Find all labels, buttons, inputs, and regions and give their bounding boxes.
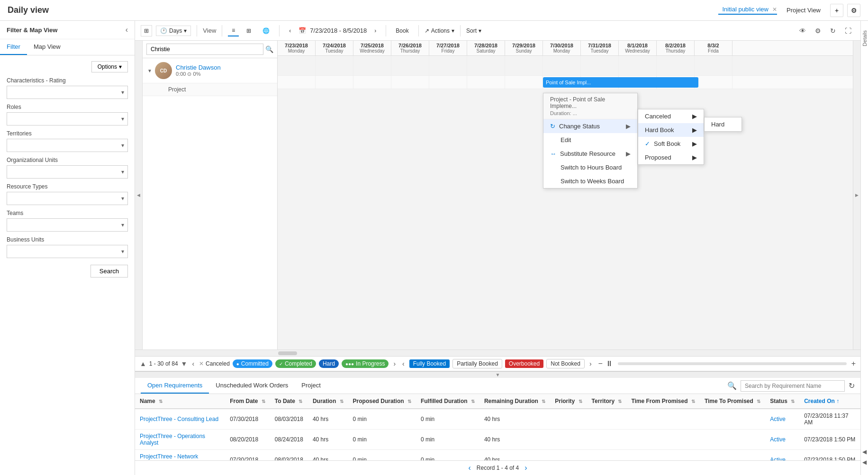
status-soft-book[interactable]: ✓ Soft Book ▶: [638, 137, 704, 151]
col-territory[interactable]: Territory ⇅: [587, 394, 627, 409]
row-name-0[interactable]: ProjectThree - Consulting Lead: [135, 409, 225, 430]
filter-select-3[interactable]: [7, 165, 128, 179]
zoom-out-btn[interactable]: −: [598, 359, 603, 368]
page-prev2-btn[interactable]: ‹: [402, 360, 405, 367]
context-edit[interactable]: Edit: [543, 133, 637, 147]
booking-bar[interactable]: Point of Sale Impl...: [543, 77, 698, 88]
col-from-date[interactable]: From Date ⇅: [225, 394, 270, 409]
map-view-btn[interactable]: 🌐: [259, 26, 273, 36]
row-name-2[interactable]: ProjectThree - Network Technician: [135, 450, 225, 461]
days-selector[interactable]: 🕐 Days ▾: [156, 26, 191, 36]
zoom-slider[interactable]: [618, 362, 847, 365]
filter-select-6[interactable]: [7, 245, 128, 258]
status-hard-book[interactable]: Hard Book ▶: [638, 123, 704, 137]
col-time-from[interactable]: Time From Promised ⇅: [626, 394, 699, 409]
row-status-0[interactable]: Active: [765, 409, 799, 430]
row-status-link-1[interactable]: Active: [770, 436, 786, 443]
col-time-to[interactable]: Time To Promised ⇅: [700, 394, 765, 409]
zoom-pause-btn[interactable]: ⏸: [606, 359, 613, 368]
req-refresh-btn[interactable]: ↻: [849, 381, 855, 390]
row-status-1[interactable]: Active: [765, 430, 799, 450]
settings-icon-btn[interactable]: ⚙: [811, 24, 824, 37]
sidebar-collapse-btn[interactable]: ‹: [126, 26, 128, 34]
right-details-panel[interactable]: Details ◀ ◀: [860, 21, 868, 475]
col-remaining-duration[interactable]: Remaining Duration ⇅: [479, 394, 550, 409]
context-hours-board[interactable]: Switch to Hours Board: [543, 161, 637, 174]
filter-select-2[interactable]: [7, 139, 128, 152]
col-created-on[interactable]: Created On ↑: [799, 394, 860, 409]
req-tab-unscheduled[interactable]: Unscheduled Work Orders: [209, 378, 295, 394]
row-status-link-0[interactable]: Active: [770, 416, 786, 422]
req-search-input[interactable]: [741, 380, 845, 392]
partially-booked-badge[interactable]: Partially Booked: [452, 359, 502, 368]
legend-hard[interactable]: Hard: [319, 359, 339, 368]
row-name-link-2[interactable]: ProjectThree - Network Technician: [140, 453, 198, 460]
resource-search-input[interactable]: [146, 44, 263, 55]
page-next2-btn[interactable]: ›: [589, 360, 592, 367]
legend-in-progress[interactable]: ●●● In Progress: [342, 359, 389, 368]
col-proposed-duration[interactable]: Proposed Duration ⇅: [348, 394, 416, 409]
req-tab-project[interactable]: Project: [295, 378, 327, 394]
grid-nav-icon[interactable]: ⊞: [141, 25, 152, 36]
row-status-2[interactable]: Active: [765, 450, 799, 461]
fullscreen-icon-btn[interactable]: ⛶: [841, 24, 855, 37]
row-name-link-1[interactable]: ProjectThree - Operations Analyst: [140, 433, 205, 446]
row-name-1[interactable]: ProjectThree - Operations Analyst: [135, 430, 225, 450]
overbooked-badge[interactable]: Overbooked: [505, 359, 543, 368]
project-view-tab[interactable]: Project View: [781, 7, 826, 14]
req-search-icon-btn[interactable]: 🔍: [727, 381, 737, 390]
status-proposed[interactable]: Proposed ▶: [638, 151, 704, 164]
right-collapse-icon[interactable]: ◀: [862, 459, 867, 466]
expand-handle[interactable]: ▼: [135, 371, 860, 378]
add-view-button[interactable]: +: [830, 4, 843, 17]
h-scrollbar-thumb[interactable]: [278, 351, 297, 355]
active-tab-close[interactable]: ✕: [772, 6, 777, 13]
col-duration[interactable]: Duration ⇅: [308, 394, 348, 409]
col-name[interactable]: Name ⇅: [135, 394, 225, 409]
sidebar-tab-map[interactable]: Map View: [27, 39, 67, 55]
legend-completed[interactable]: ✓ Completed: [275, 359, 316, 368]
h-scrollbar-area[interactable]: [135, 350, 860, 356]
context-substitute[interactable]: ↔ Substitute Resource ▶: [543, 147, 637, 161]
col-status[interactable]: Status ⇅: [765, 394, 799, 409]
hard-option[interactable]: Hard: [705, 117, 741, 131]
col-fulfilled-duration[interactable]: Fulfilled Duration ⇅: [416, 394, 479, 409]
status-canceled[interactable]: Canceled ▶: [638, 109, 704, 123]
record-next-btn[interactable]: ›: [524, 464, 527, 472]
refresh-icon-btn[interactable]: ↻: [826, 24, 840, 37]
filter-select-4[interactable]: [7, 192, 128, 205]
eye-icon-btn[interactable]: 👁: [796, 24, 809, 37]
prev-date-btn[interactable]: ‹: [285, 26, 295, 36]
right-expand-icon[interactable]: ◀: [862, 448, 867, 455]
options-button[interactable]: Options ▾: [91, 61, 128, 72]
right-scroll-handle[interactable]: ▶: [853, 41, 860, 350]
settings-button[interactable]: ⚙: [847, 4, 860, 17]
collapse-up-btn[interactable]: ▲: [140, 360, 146, 367]
req-tab-open[interactable]: Open Requirements: [141, 378, 209, 394]
record-prev-btn[interactable]: ‹: [468, 464, 470, 472]
row-status-link-2[interactable]: Active: [770, 457, 786, 460]
book-btn[interactable]: Book: [392, 26, 412, 36]
row-name-link-0[interactable]: ProjectThree - Consulting Lead: [140, 416, 218, 422]
not-booked-badge[interactable]: Not Booked: [546, 359, 585, 368]
page-prev-btn[interactable]: ‹: [192, 360, 194, 367]
filter-select-0[interactable]: [7, 86, 128, 99]
sidebar-tab-filter[interactable]: Filter: [0, 39, 27, 55]
col-priority[interactable]: Priority ⇅: [550, 394, 587, 409]
next-date-btn[interactable]: ›: [371, 26, 380, 36]
page-next-btn[interactable]: ›: [393, 360, 396, 367]
resource-search-btn[interactable]: 🔍: [265, 45, 273, 53]
list-view-btn[interactable]: ≡: [228, 25, 239, 36]
legend-canceled[interactable]: ✕ Canceled: [199, 360, 230, 367]
left-scroll-handle[interactable]: ◀: [135, 41, 143, 350]
filter-select-1[interactable]: [7, 112, 128, 125]
fully-booked-badge[interactable]: Fully Booked: [409, 359, 450, 368]
zoom-in-btn[interactable]: +: [851, 359, 856, 368]
actions-selector[interactable]: ↗ Actions ▾: [425, 27, 454, 34]
context-weeks-board[interactable]: Switch to Weeks Board: [543, 174, 637, 188]
filter-select-5[interactable]: [7, 218, 128, 232]
col-to-date[interactable]: To Date ⇅: [270, 394, 308, 409]
legend-committed[interactable]: ● Committed: [233, 359, 272, 368]
context-change-status[interactable]: ↻ Change Status ▶: [543, 119, 637, 133]
sort-selector[interactable]: Sort ▾: [466, 27, 481, 34]
